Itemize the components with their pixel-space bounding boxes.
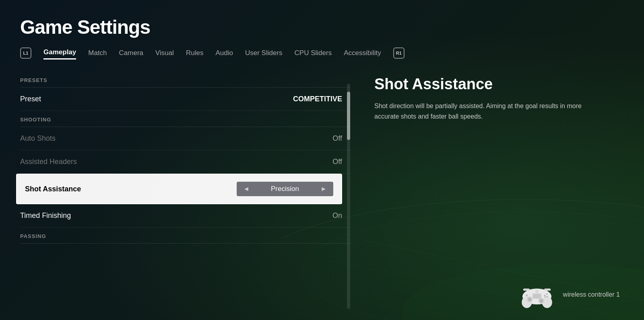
tab-match[interactable]: Match	[88, 47, 107, 59]
setting-row-shot-assistance[interactable]: Shot Assistance ◄ Precision ►	[16, 174, 342, 204]
left-panel: PRESETS Preset COMPETITIVE SHOOTING Auto…	[20, 72, 350, 320]
svg-point-18	[535, 289, 539, 293]
tab-camera[interactable]: Camera	[119, 47, 143, 59]
setting-row-timed-finishing[interactable]: Timed Finishing On	[20, 204, 350, 228]
detail-description: Shot direction will be partially assiste…	[374, 101, 600, 121]
right-bumper-badge: R1	[393, 47, 405, 59]
svg-point-13	[526, 294, 528, 296]
selector-right-arrow[interactable]: ►	[320, 185, 327, 193]
assisted-headers-label: Assisted Headers	[20, 158, 77, 166]
scroll-thumb[interactable]	[347, 92, 350, 140]
selector-current-value: Precision	[271, 185, 299, 193]
tab-rules[interactable]: Rules	[186, 47, 203, 59]
svg-rect-20	[544, 289, 551, 291]
tab-cpu-sliders[interactable]: CPU Sliders	[295, 47, 332, 59]
section-passing-header: PASSING	[20, 228, 350, 244]
scroll-track[interactable]	[347, 84, 350, 309]
shot-assistance-label: Shot Assistance	[25, 185, 81, 193]
svg-point-14	[544, 295, 546, 296]
auto-shots-label: Auto Shots	[20, 134, 56, 143]
assisted-headers-value: Off	[332, 158, 342, 166]
detail-title: Shot Assistance	[374, 76, 600, 93]
setting-row-auto-shots[interactable]: Auto Shots Off	[20, 127, 350, 150]
svg-point-16	[546, 296, 548, 298]
section-shooting-header: SHOOTING	[20, 111, 350, 127]
svg-rect-19	[523, 289, 529, 291]
section-presets-header: PRESETS	[20, 72, 350, 88]
svg-point-12	[539, 299, 543, 303]
page-title: Game Settings	[20, 16, 624, 38]
controller-section: wireless controller 1	[519, 281, 620, 309]
tab-user-sliders[interactable]: User Sliders	[245, 47, 283, 59]
auto-shots-value: Off	[332, 134, 342, 143]
left-bumper-badge: L1	[20, 47, 31, 59]
setting-row-assisted-headers[interactable]: Assisted Headers Off	[20, 150, 350, 174]
tab-audio[interactable]: Audio	[216, 47, 233, 59]
svg-point-15	[546, 293, 548, 295]
timed-finishing-value: On	[332, 211, 342, 220]
preset-label: Preset	[20, 95, 41, 103]
controller-label: wireless controller 1	[563, 291, 620, 298]
timed-finishing-label: Timed Finishing	[20, 211, 71, 220]
preset-value: COMPETITIVE	[293, 95, 342, 103]
controller-icon	[519, 281, 555, 309]
nav-tabs: L1 Gameplay Match Camera Visual Rules Au…	[20, 46, 624, 59]
tab-accessibility[interactable]: Accessibility	[344, 47, 381, 59]
setting-row-preset[interactable]: Preset COMPETITIVE	[20, 88, 350, 111]
svg-point-17	[544, 296, 546, 298]
selector-left-arrow[interactable]: ◄	[243, 185, 250, 193]
tab-gameplay[interactable]: Gameplay	[43, 46, 76, 59]
shot-assistance-selector[interactable]: ◄ Precision ►	[237, 182, 333, 196]
svg-point-10	[528, 297, 531, 301]
tab-visual[interactable]: Visual	[155, 47, 174, 59]
svg-rect-8	[533, 293, 541, 299]
